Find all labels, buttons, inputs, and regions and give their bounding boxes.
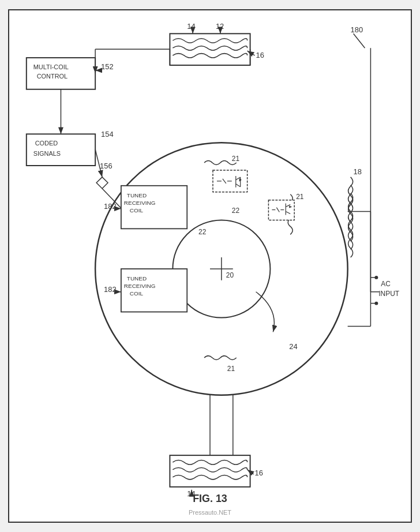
ref-156: 156 (100, 162, 112, 170)
fig-caption: FIG. 13 (193, 493, 227, 504)
coded-signals-line1: CODED (35, 140, 58, 147)
ref-12: 12 (216, 22, 224, 31)
multi-coil-label: MULTI-COIL (33, 63, 69, 70)
coded-signals-line2: SIGNALS (33, 150, 61, 157)
ac-input-label: AC (381, 280, 391, 288)
page: 14 12 16 180 14 (8, 9, 412, 523)
ref-24: 24 (289, 342, 297, 351)
tuned-coil-2-line2: RECEIVING (124, 283, 156, 289)
ref-14-top: 14 (187, 22, 195, 31)
ref-22-right: 22 (232, 207, 240, 215)
ref-21-bot: 21 (227, 365, 235, 373)
ref-18: 18 (354, 167, 362, 176)
watermark: Pressauto.NET (189, 509, 231, 516)
ref-21-right: 21 (296, 193, 304, 201)
tuned-coil-2-line3: COIL (130, 290, 144, 297)
ref-152: 152 (101, 62, 114, 71)
ref-22-left: 22 (198, 228, 207, 236)
ref-16-top: 16 (256, 51, 264, 59)
ref-182-top: 182 (104, 202, 117, 211)
diagram-container: 14 12 16 180 14 (9, 10, 411, 522)
ref-154: 154 (101, 130, 114, 138)
ac-input-label2: INPUT (378, 290, 399, 298)
ref-16-bot: 16 (255, 469, 263, 477)
ref-180: 180 (351, 25, 363, 34)
tuned-coil-1-line1: TUNED (127, 192, 147, 198)
tuned-coil-2-line1: TUNED (127, 275, 147, 282)
control-label: CONTROL (37, 73, 68, 80)
ref-182-bot: 182 (104, 285, 117, 294)
ref-20: 20 (226, 271, 234, 279)
tuned-coil-1-line3: COIL (130, 207, 144, 213)
tuned-coil-1-line2: RECEIVING (124, 200, 156, 206)
ref-21-top: 21 (232, 155, 240, 163)
